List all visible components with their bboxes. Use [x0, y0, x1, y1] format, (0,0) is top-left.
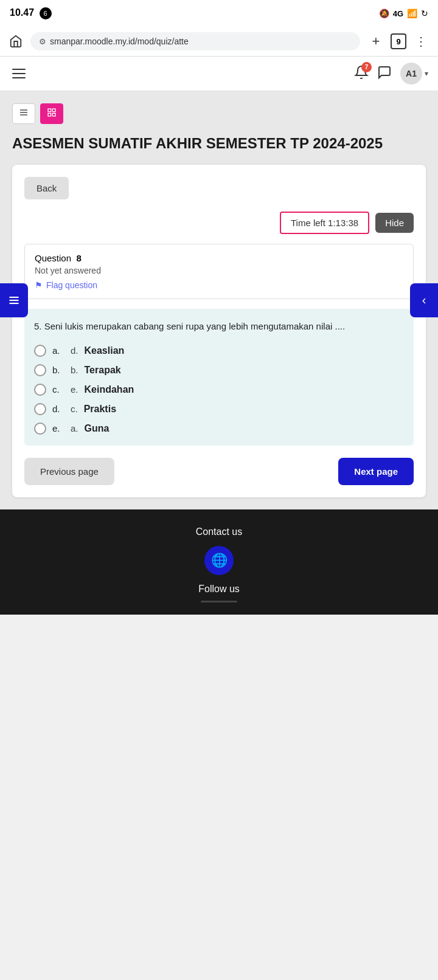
option-radio-1[interactable]	[34, 345, 46, 357]
lock-icon: ⚙	[39, 37, 46, 46]
option-text-2: Terapak	[85, 365, 121, 376]
question-text: 5. Seni lukis merupakan cabang seni rupa…	[34, 320, 404, 334]
option-text-1: Keaslian	[85, 345, 125, 356]
quiz-card: Back Time left 1:13:38 Hide Question 8 N…	[12, 165, 426, 497]
option-radio-5[interactable]	[34, 423, 46, 435]
flag-question-link[interactable]: ⚑ Flag question	[35, 280, 403, 290]
timer-display: Time left 1:13:38	[280, 212, 369, 234]
option-prefix-1: d.	[71, 345, 78, 356]
option-radio-2[interactable]	[34, 364, 46, 376]
option-prefix-4: c.	[71, 404, 78, 414]
option-item-4[interactable]: d. c. Praktis	[34, 403, 404, 415]
home-button[interactable]	[7, 33, 24, 50]
option-item-2[interactable]: b. b. Terapak	[34, 364, 404, 376]
option-text-5: Guna	[85, 423, 109, 434]
flag-icon: ⚑	[35, 280, 43, 290]
footer-follow-label: Follow us	[10, 584, 428, 595]
app-nav-bar: 7 A1 ▾	[0, 57, 438, 91]
sidebar-left-button[interactable]	[0, 283, 28, 317]
status-icons: 🔕 4G 📶 ↻	[379, 9, 428, 18]
chevron-down-icon: ▾	[425, 69, 428, 78]
user-avatar: A1	[400, 63, 422, 85]
browser-bar: ⚙ smanpar.moodle.my.id/mod/quiz/atte + 9…	[0, 27, 438, 57]
content-inner: ASESMEN SUMATIF AKHIR SEMESTER TP 2024-2…	[12, 103, 426, 497]
footer-globe-button[interactable]: 🌐	[204, 546, 234, 575]
back-button[interactable]: Back	[24, 177, 69, 199]
question-number: 8	[76, 253, 81, 263]
status-badge: 6	[40, 7, 52, 19]
page-title: ASESMEN SUMATIF AKHIR SEMESTER TP 2024-2…	[12, 134, 426, 153]
option-text-4: Praktis	[84, 404, 116, 415]
chat-icon[interactable]	[377, 65, 392, 82]
tab-count[interactable]: 9	[391, 33, 406, 49]
next-page-button[interactable]: Next page	[338, 458, 414, 485]
status-time: 10.47 6	[10, 7, 52, 19]
more-options-button[interactable]: ⋮	[411, 32, 431, 51]
svg-rect-8	[48, 113, 51, 116]
option-letter-3: c.	[52, 384, 64, 395]
option-item-1[interactable]: a. d. Keaslian	[34, 345, 404, 357]
svg-rect-6	[48, 109, 51, 112]
nav-buttons: Previous page Next page	[24, 458, 414, 485]
question-header: Question 8 Not yet answered ⚑ Flag quest…	[24, 244, 414, 299]
footer: Contact us 🌐 Follow us	[0, 509, 438, 615]
status-bar: 10.47 6 🔕 4G 📶 ↻	[0, 0, 438, 27]
option-text-3: Keindahan	[85, 384, 134, 395]
notification-bell[interactable]: 7	[354, 65, 369, 82]
notification-badge: 7	[361, 62, 372, 72]
loading-icon: ↻	[421, 9, 428, 18]
question-status: Not yet answered	[35, 266, 403, 275]
hamburger-menu-button[interactable]	[10, 66, 28, 81]
signal-icon: 4G	[393, 9, 403, 18]
quiz-icon-bar	[12, 103, 426, 124]
question-content: 5. Seni lukis merupakan cabang seni rupa…	[24, 309, 414, 446]
sidebar-right-button[interactable]: ‹	[410, 283, 438, 317]
list-view-button[interactable]	[12, 103, 35, 124]
hide-timer-button[interactable]: Hide	[375, 213, 414, 233]
options-list: a. d. Keaslian b. b. Terapak c. e. Keind…	[34, 345, 404, 435]
timer-row: Time left 1:13:38 Hide	[24, 212, 414, 234]
wifi-icon: 📶	[407, 9, 417, 18]
grid-view-button[interactable]	[40, 103, 63, 124]
option-letter-2: b.	[52, 365, 64, 375]
option-letter-5: e.	[52, 423, 64, 433]
footer-contact-label: Contact us	[10, 526, 428, 537]
option-prefix-3: e.	[71, 384, 78, 395]
nav-right-section: 7 A1 ▾	[354, 63, 428, 85]
option-prefix-2: b.	[71, 365, 78, 375]
option-prefix-5: a.	[71, 423, 78, 433]
option-radio-3[interactable]	[34, 384, 46, 396]
new-tab-button[interactable]: +	[366, 32, 386, 51]
url-bar[interactable]: ⚙ smanpar.moodle.my.id/mod/quiz/atte	[30, 32, 360, 50]
svg-rect-9	[52, 113, 55, 116]
option-item-3[interactable]: c. e. Keindahan	[34, 384, 404, 396]
previous-page-button[interactable]: Previous page	[24, 458, 114, 485]
option-letter-4: d.	[52, 404, 64, 414]
url-text: smanpar.moodle.my.id/mod/quiz/atte	[50, 36, 189, 46]
flag-label: Flag question	[46, 280, 97, 290]
option-radio-4[interactable]	[34, 403, 46, 415]
svg-rect-7	[52, 109, 55, 112]
footer-divider	[201, 601, 237, 602]
browser-actions: + 9 ⋮	[366, 32, 431, 51]
question-label: Question 8	[35, 253, 403, 263]
option-item-5[interactable]: e. a. Guna	[34, 423, 404, 435]
option-letter-1: a.	[52, 345, 64, 356]
user-avatar-dropdown[interactable]: A1 ▾	[400, 63, 428, 85]
content-area: ‹	[0, 91, 438, 509]
silent-icon: 🔕	[379, 9, 389, 18]
